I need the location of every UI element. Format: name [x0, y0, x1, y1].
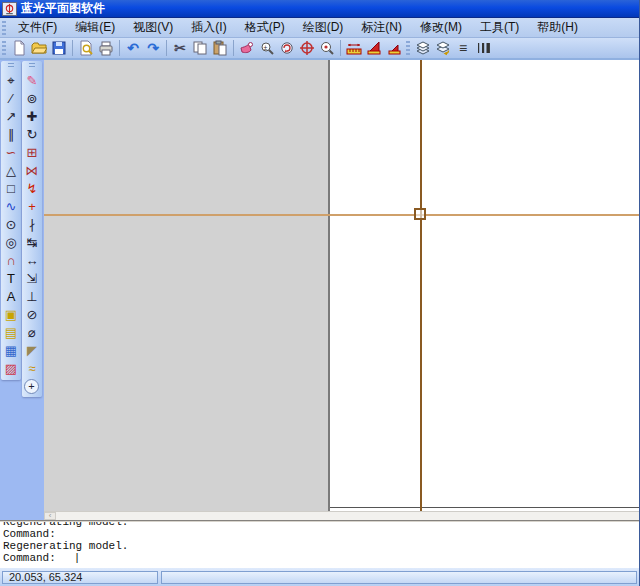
zoom-previous-button[interactable]	[278, 39, 297, 58]
palette-modify-grip[interactable]	[29, 63, 35, 69]
zoom-center-icon: +	[28, 380, 34, 393]
tool-stretch-button[interactable]: ↯	[23, 179, 41, 197]
mtext-icon: A	[7, 290, 16, 303]
pan-button[interactable]	[238, 39, 257, 58]
toolbar-separator	[119, 40, 120, 56]
tool-image-button[interactable]: ▦	[2, 341, 20, 359]
status-info-panel	[161, 571, 637, 584]
crosshair-horizontal-line	[44, 214, 640, 216]
tool-text-button[interactable]: T	[2, 269, 20, 287]
tool-rotate-button[interactable]: ↻	[23, 125, 41, 143]
tool-hatch-button[interactable]: ▨	[2, 359, 20, 377]
tool-dim-ordinate-button[interactable]: ⊥	[23, 287, 41, 305]
horizontal-scrollbar[interactable]: ‹	[44, 511, 640, 520]
tool-polyline-button[interactable]: ∽	[2, 143, 20, 161]
new-file-button[interactable]	[10, 39, 29, 58]
tool-dim-diameter-button[interactable]: ⌀	[23, 323, 41, 341]
circle-icon: ⊙	[6, 218, 17, 231]
tool-erase-button[interactable]: ✎	[23, 71, 41, 89]
palette-modify-column: ✎⊚✚↻⊞⋈↯+∤↹↔⇲⊥⊘⌀◤≈+	[22, 61, 42, 397]
zoom-realtime-icon: ±	[259, 40, 275, 56]
tool-copy-object-button[interactable]: ⊚	[23, 89, 41, 107]
paste-button[interactable]	[211, 39, 230, 58]
paste-icon	[212, 40, 228, 56]
menu-grip[interactable]	[2, 21, 6, 35]
tool-line-button[interactable]: ∕	[2, 89, 20, 107]
menu-tools[interactable]: 工具(T)	[471, 17, 528, 38]
menu-format[interactable]: 格式(P)	[236, 17, 294, 38]
toolbar-grip[interactable]	[2, 41, 6, 55]
print-icon	[98, 40, 114, 56]
pan-icon	[239, 40, 255, 56]
menu-dimension[interactable]: 标注(N)	[352, 17, 411, 38]
dim-radius-button[interactable]	[385, 39, 404, 58]
print-preview-icon	[78, 40, 94, 56]
zoom-extents-button[interactable]	[298, 39, 317, 58]
tool-extend-button[interactable]: +	[23, 197, 41, 215]
tool-spline-button[interactable]: ∿	[2, 197, 20, 215]
tool-parallel-button[interactable]: ∥	[2, 125, 20, 143]
menu-help[interactable]: 帮助(H)	[528, 17, 587, 38]
tool-move-button[interactable]: ✚	[23, 107, 41, 125]
tool-ellipse-button[interactable]: ◎	[2, 233, 20, 251]
zoom-realtime-button[interactable]: ±	[258, 39, 277, 58]
tool-block-insert-button[interactable]: ▣	[2, 305, 20, 323]
command-prompt-line[interactable]: Command:|	[3, 552, 640, 564]
canvas-gray-region[interactable]	[44, 60, 330, 511]
tool-point-button[interactable]: ⌖	[2, 71, 20, 89]
undo-button[interactable]: ↶	[124, 39, 143, 58]
toolbar-grip[interactable]	[406, 41, 410, 55]
copy-button[interactable]	[191, 39, 210, 58]
menu-draw[interactable]: 绘图(D)	[294, 17, 353, 38]
drawing-canvas[interactable]: ‹	[44, 60, 640, 520]
scroll-left-button[interactable]: ‹	[44, 512, 56, 520]
cut-button[interactable]: ✂	[171, 39, 190, 58]
tool-rectangle-button[interactable]: □	[2, 179, 20, 197]
layers-button[interactable]	[414, 39, 433, 58]
redo-button[interactable]: ↷	[144, 39, 163, 58]
save-file-button[interactable]	[50, 39, 69, 58]
tool-circle-button[interactable]: ⊙	[2, 215, 20, 233]
line-icon: ∕	[10, 92, 12, 105]
tool-dim-aligned-button[interactable]: ⇲	[23, 269, 41, 287]
linetype-button[interactable]: ≡	[454, 39, 473, 58]
dim-linear-button[interactable]	[345, 39, 364, 58]
tool-zoom-center-button[interactable]: +	[24, 379, 39, 394]
tool-polygon-button[interactable]: △	[2, 161, 20, 179]
toolbar-separator	[340, 40, 341, 56]
tool-block-create-button[interactable]: ▤	[2, 323, 20, 341]
layer-previous-button[interactable]	[434, 39, 453, 58]
toolbar-separator	[72, 40, 73, 56]
main-area: ⌖∕↗∥∽△□∿⊙◎∩TA▣▤▦▨ ✎⊚✚↻⊞⋈↯+∤↹↔⇲⊥⊘⌀◤≈+ ‹	[0, 60, 640, 520]
dim-angle-button[interactable]	[365, 39, 384, 58]
tool-ray-button[interactable]: ↗	[2, 107, 20, 125]
save-file-icon	[51, 40, 67, 56]
status-bar: 20.053, 65.324	[0, 568, 640, 586]
tool-leader-button[interactable]: ◤	[23, 341, 41, 359]
print-button[interactable]	[97, 39, 116, 58]
menu-file[interactable]: 文件(F)	[9, 17, 66, 38]
tool-mirror-button[interactable]: ⋈	[23, 161, 41, 179]
print-preview-button[interactable]	[77, 39, 96, 58]
tool-dim-linear-button[interactable]: ↔	[23, 251, 41, 269]
tool-mtext-button[interactable]: A	[2, 287, 20, 305]
tool-dim-radius-button[interactable]: ⊘	[23, 305, 41, 323]
tool-break-line-button[interactable]: ↹	[23, 233, 41, 251]
open-file-button[interactable]	[30, 39, 49, 58]
menu-edit[interactable]: 编辑(E)	[66, 17, 124, 38]
block-insert-icon: ▣	[5, 308, 17, 321]
cursor-pickbox	[414, 208, 426, 220]
lineweight-button[interactable]	[474, 39, 493, 58]
tool-scale-button[interactable]: ⊞	[23, 143, 41, 161]
menu-view[interactable]: 视图(V)	[124, 17, 182, 38]
tool-polyline-edit-button[interactable]: ≈	[23, 359, 41, 377]
menu-modify[interactable]: 修改(M)	[411, 17, 471, 38]
text-cursor: |	[74, 552, 81, 564]
tool-arc-button[interactable]: ∩	[2, 251, 20, 269]
command-line-panel[interactable]: Regenerating model.Command: Regenerating…	[0, 520, 640, 568]
zoom-window-button[interactable]	[318, 39, 337, 58]
title-bar: 蓝光平面图软件	[0, 0, 640, 18]
palette-draw-grip[interactable]	[8, 63, 14, 69]
menu-insert[interactable]: 插入(I)	[182, 17, 235, 38]
tool-break-button[interactable]: ∤	[23, 215, 41, 233]
